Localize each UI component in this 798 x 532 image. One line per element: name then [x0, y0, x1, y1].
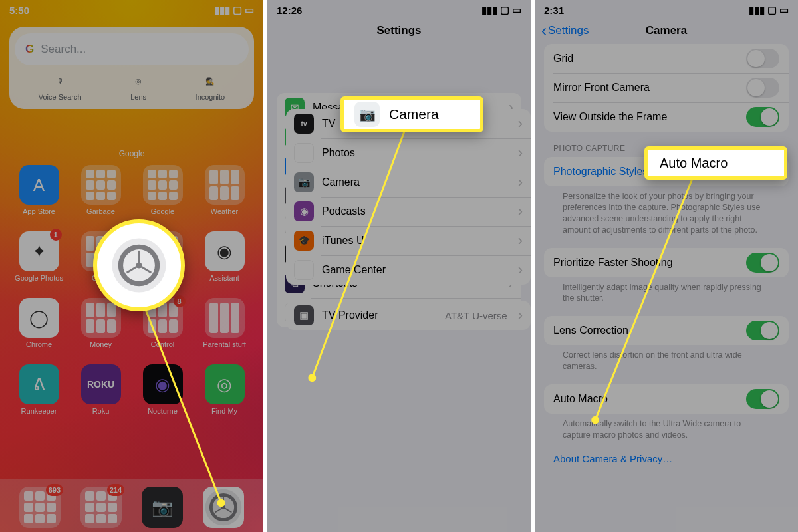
- toggle-faster[interactable]: [746, 253, 779, 273]
- row-photos[interactable]: ✿Photos›: [286, 138, 531, 168]
- toggle-mirror[interactable]: [746, 78, 779, 98]
- row-lens-correction[interactable]: Lens Correction: [544, 316, 789, 345]
- tv-icon: tv: [294, 114, 314, 134]
- row-podcasts[interactable]: ◉Podcasts›: [286, 197, 531, 226]
- row-mirror[interactable]: Mirror Front Camera: [544, 73, 789, 102]
- search-placeholder: Search...: [41, 43, 86, 56]
- dock-settings[interactable]: [203, 487, 244, 528]
- folder-garbage[interactable]: Garbage: [71, 165, 130, 215]
- lens-footer: Correct lens distortion on the front and…: [563, 350, 770, 372]
- lens[interactable]: ◎Lens: [129, 72, 148, 101]
- camera-icon: 📷: [294, 172, 314, 192]
- row-camera[interactable]: 📷Camera›: [286, 168, 531, 197]
- chevron-right-icon: ›: [518, 263, 523, 277]
- status-bar: 5:50 ▮▮▮ ▢ ▭: [0, 0, 263, 20]
- status-right: ▮▮▮ ▢ ▭: [214, 4, 254, 16]
- lens-icon: ◎: [129, 72, 148, 90]
- folder-weather[interactable]: Weather: [195, 165, 254, 215]
- chevron-right-icon: ›: [518, 233, 523, 248]
- macro-footer: Automatically switch to the Ultra Wide c…: [563, 418, 770, 441]
- status-time: 12:26: [277, 5, 302, 16]
- row-gamecenter[interactable]: ●Game Center›: [286, 255, 531, 285]
- dock-folder-2[interactable]: 214: [80, 487, 122, 528]
- app-findmy[interactable]: ◎Find My: [195, 364, 254, 415]
- dock-camera[interactable]: 📷: [142, 487, 183, 528]
- itunesu-icon: 🎓: [294, 231, 314, 251]
- chevron-right-icon: ›: [518, 146, 523, 160]
- toggle-auto-macro[interactable]: [746, 389, 779, 409]
- status-time: 5:50: [9, 5, 29, 16]
- incognito-icon: 🕵: [201, 72, 219, 90]
- chevron-right-icon: ›: [518, 175, 523, 190]
- app-chrome[interactable]: ◯Chrome: [9, 298, 68, 348]
- app-google-photos[interactable]: ✦1Google Photos: [9, 231, 68, 282]
- toggle-lens[interactable]: [746, 321, 779, 340]
- app-assistant[interactable]: ◉Assistant: [195, 231, 254, 282]
- app-appstore[interactable]: AApp Store: [9, 165, 68, 215]
- google-widget[interactable]: G Search... 🎙Voice Search ◎Lens 🕵Incogni…: [9, 27, 254, 109]
- row-itunesu[interactable]: 🎓iTunes U›: [286, 226, 531, 255]
- settings-title: Settings: [267, 24, 531, 37]
- mic-icon: 🎙: [51, 72, 69, 90]
- google-g-icon: G: [25, 43, 34, 56]
- voice-search[interactable]: 🎙Voice Search: [39, 72, 82, 101]
- incognito[interactable]: 🕵Incognito: [196, 72, 225, 101]
- callout-settings-icon: [93, 219, 185, 311]
- camera-icon: 📷: [354, 102, 380, 127]
- faster-footer: Intelligently adapt image quality when r…: [563, 282, 770, 305]
- podcasts-icon: ◉: [294, 201, 314, 221]
- app-nocturne[interactable]: ◉Nocturne: [133, 364, 192, 415]
- status-time: 2:31: [544, 5, 564, 16]
- status-right: ▮▮▮ ▢ ▭: [749, 4, 789, 16]
- app-runkeeper[interactable]: ᕕRunkeeper: [9, 364, 68, 415]
- chevron-right-icon: ›: [518, 116, 523, 131]
- status-right: ▮▮▮ ▢ ▭: [481, 4, 521, 16]
- chevron-right-icon: ›: [518, 308, 523, 323]
- gamecenter-icon: ●: [294, 260, 314, 280]
- folder-google[interactable]: Google: [133, 165, 192, 215]
- callout-camera: 📷 Camera: [340, 96, 483, 132]
- back-button[interactable]: ‹Settings: [541, 24, 589, 37]
- photos-icon: ✿: [294, 143, 314, 163]
- callout-auto-macro: Auto Macro: [644, 146, 787, 180]
- dock-folder-1[interactable]: 693: [19, 487, 61, 528]
- gear-icon: [203, 487, 244, 528]
- row-grid[interactable]: Grid: [544, 44, 789, 73]
- styles-footer: Personalize the look of your photos by b…: [563, 191, 770, 236]
- tvprovider-icon: ▣: [294, 305, 314, 325]
- folder-parental[interactable]: Parental stuff: [195, 298, 254, 348]
- status-bar: 2:31 ▮▮▮ ▢ ▭: [535, 0, 798, 20]
- google-search[interactable]: G Search...: [15, 33, 249, 65]
- app-roku[interactable]: ROKURoku: [71, 364, 130, 415]
- google-caption: Google: [0, 149, 263, 158]
- chevron-right-icon: ›: [518, 204, 523, 219]
- gear-icon: [108, 235, 170, 296]
- row-tvprovider[interactable]: ▣TV ProviderAT&T U-verse›: [286, 301, 531, 330]
- chevron-left-icon: ‹: [541, 25, 547, 37]
- row-view-outside[interactable]: View Outside the Frame: [544, 102, 789, 132]
- toggle-grid[interactable]: [746, 49, 779, 68]
- row-auto-macro[interactable]: Auto Macro: [544, 384, 789, 414]
- status-bar: 12:26 ▮▮▮ ▢ ▭: [267, 0, 531, 20]
- toggle-view-outside[interactable]: [746, 107, 779, 127]
- row-faster-shooting[interactable]: Prioritize Faster Shooting: [544, 248, 789, 277]
- privacy-link[interactable]: About Camera & Privacy…: [553, 453, 779, 464]
